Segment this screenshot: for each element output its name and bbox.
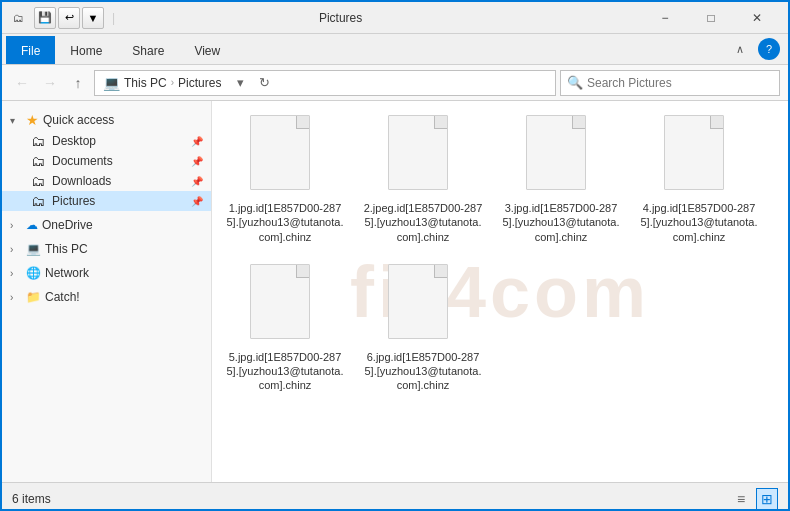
file-page-icon: [526, 115, 586, 190]
help-btn[interactable]: ?: [758, 38, 780, 60]
file-item[interactable]: 3.jpg.id[1E857D00-2875].[yuzhou13@tutano…: [496, 109, 626, 250]
file-item[interactable]: 2.jpeg.id[1E857D00-2875].[yuzhou13@tutan…: [358, 109, 488, 250]
file-item[interactable]: 6.jpg.id[1E857D00-2875].[yuzhou13@tutano…: [358, 258, 488, 399]
sidebar-quickaccess-group[interactable]: ▾ ★ Quick access: [2, 109, 211, 131]
view-controls: ≡ ⊞: [730, 488, 778, 510]
file-thumb: [664, 115, 734, 195]
maximize-btn[interactable]: □: [688, 2, 734, 34]
file-label: 4.jpg.id[1E857D00-2875].[yuzhou13@tutano…: [638, 201, 760, 244]
minimize-btn[interactable]: −: [642, 2, 688, 34]
pin-downloads-icon: 📌: [191, 176, 203, 187]
file-item[interactable]: 5.jpg.id[1E857D00-2875].[yuzhou13@tutano…: [220, 258, 350, 399]
file-page-icon: [664, 115, 724, 190]
search-input[interactable]: [587, 76, 773, 90]
file-label: 5.jpg.id[1E857D00-2875].[yuzhou13@tutano…: [224, 350, 346, 393]
sidebar-item-documents[interactable]: 🗂 Documents 📌: [2, 151, 211, 171]
onedrive-cloud-icon: ☁: [26, 218, 38, 232]
sidebar-onedrive-group[interactable]: › ☁ OneDrive: [2, 215, 211, 235]
sidebar: ▾ ★ Quick access 🗂 Desktop 📌 🗂 Documents…: [2, 101, 212, 482]
window-controls[interactable]: − □ ✕: [642, 2, 780, 34]
up-btn[interactable]: ↑: [66, 71, 90, 95]
sidebar-downloads-label: Downloads: [52, 174, 111, 188]
folder-documents-icon: 🗂: [30, 154, 46, 168]
catch-folder-icon: 📁: [26, 290, 41, 304]
file-area: fix4com 1.jpg.id[1E857D00-2875].[yuzhou1…: [212, 101, 788, 482]
file-label: 1.jpg.id[1E857D00-2875].[yuzhou13@tutano…: [224, 201, 346, 244]
chevron-network-icon: ›: [10, 268, 22, 279]
file-label: 2.jpeg.id[1E857D00-2875].[yuzhou13@tutan…: [362, 201, 484, 244]
sidebar-section-thispc: › 💻 This PC: [2, 239, 211, 259]
folder-downloads-icon: 🗂: [30, 174, 46, 188]
window-title: Pictures: [119, 11, 562, 25]
thispc-computer-icon: 💻: [26, 242, 41, 256]
title-separator: |: [112, 11, 115, 25]
sidebar-item-desktop[interactable]: 🗂 Desktop 📌: [2, 131, 211, 151]
quick-save-area[interactable]: 💾 ↩ ▼: [34, 7, 104, 29]
crumb-thispc[interactable]: This PC: [124, 76, 167, 90]
title-bar-icons: 🗂: [10, 10, 26, 26]
sidebar-catch-label: Catch!: [45, 290, 80, 304]
sidebar-section-quickaccess: ▾ ★ Quick access 🗂 Desktop 📌 🗂 Documents…: [2, 109, 211, 211]
crumb-pictures[interactable]: Pictures: [178, 76, 221, 90]
chevron-thispc-icon: ›: [10, 244, 22, 255]
address-actions: ▾ ↻: [229, 72, 275, 94]
file-thumb: [388, 115, 458, 195]
addr-dropdown-btn[interactable]: ▾: [229, 72, 251, 94]
ribbon-collapse-btn[interactable]: ∧: [726, 38, 754, 60]
tab-view[interactable]: View: [179, 36, 235, 64]
file-page-icon: [388, 264, 448, 339]
folder-title-icon: 🗂: [10, 10, 26, 26]
file-item[interactable]: 1.jpg.id[1E857D00-2875].[yuzhou13@tutano…: [220, 109, 350, 250]
quickaccess-star-icon: ★: [26, 112, 39, 128]
tab-file[interactable]: File: [6, 36, 55, 64]
sidebar-desktop-label: Desktop: [52, 134, 96, 148]
search-icon: 🔍: [567, 75, 583, 90]
quick-save-btn[interactable]: 💾: [34, 7, 56, 29]
view-details-btn[interactable]: ⊞: [756, 488, 778, 510]
sidebar-thispc-label: This PC: [45, 242, 88, 256]
file-thumb: [250, 115, 320, 195]
sidebar-item-pictures[interactable]: 🗂 Pictures 📌: [2, 191, 211, 211]
tab-share[interactable]: Share: [117, 36, 179, 64]
status-bar: 6 items ≡ ⊞: [2, 482, 788, 511]
file-thumb: [388, 264, 458, 344]
qs-dropdown-btn[interactable]: ▼: [82, 7, 104, 29]
file-grid: 1.jpg.id[1E857D00-2875].[yuzhou13@tutano…: [220, 109, 780, 399]
file-item[interactable]: 4.jpg.id[1E857D00-2875].[yuzhou13@tutano…: [634, 109, 764, 250]
title-bar: 🗂 💾 ↩ ▼ | Pictures − □ ✕: [2, 2, 788, 34]
addr-refresh-btn[interactable]: ↻: [253, 72, 275, 94]
sidebar-documents-label: Documents: [52, 154, 113, 168]
sidebar-network-group[interactable]: › 🌐 Network: [2, 263, 211, 283]
chevron-onedrive-icon: ›: [10, 220, 22, 231]
sidebar-item-downloads[interactable]: 🗂 Downloads 📌: [2, 171, 211, 191]
file-label: 6.jpg.id[1E857D00-2875].[yuzhou13@tutano…: [362, 350, 484, 393]
ribbon-tabs: File Home Share View ∧ ?: [2, 34, 788, 64]
file-page-icon: [250, 115, 310, 190]
file-page-icon: [250, 264, 310, 339]
sidebar-section-network: › 🌐 Network: [2, 263, 211, 283]
back-btn[interactable]: ←: [10, 71, 34, 95]
address-crumb: 💻 This PC › Pictures: [103, 75, 221, 91]
sidebar-thispc-group[interactable]: › 💻 This PC: [2, 239, 211, 259]
sidebar-network-label: Network: [45, 266, 89, 280]
sidebar-catch-group[interactable]: › 📁 Catch!: [2, 287, 211, 307]
pin-documents-icon: 📌: [191, 156, 203, 167]
ribbon: File Home Share View ∧ ?: [2, 34, 788, 65]
network-icon: 🌐: [26, 266, 41, 280]
close-btn[interactable]: ✕: [734, 2, 780, 34]
sidebar-section-onedrive: › ☁ OneDrive: [2, 215, 211, 235]
view-list-btn[interactable]: ≡: [730, 488, 752, 510]
crumb-sep-1: ›: [171, 77, 174, 88]
forward-btn[interactable]: →: [38, 71, 62, 95]
undo-btn[interactable]: ↩: [58, 7, 80, 29]
sidebar-section-catch: › 📁 Catch!: [2, 287, 211, 307]
address-bar: ← → ↑ 💻 This PC › Pictures ▾ ↻ 🔍: [2, 65, 788, 101]
tab-home[interactable]: Home: [55, 36, 117, 64]
address-box[interactable]: 💻 This PC › Pictures ▾ ↻: [94, 70, 556, 96]
chevron-catch-icon: ›: [10, 292, 22, 303]
pin-pictures-icon: 📌: [191, 196, 203, 207]
search-box[interactable]: 🔍: [560, 70, 780, 96]
sidebar-onedrive-label: OneDrive: [42, 218, 93, 232]
chevron-quickaccess-icon: ▾: [10, 115, 22, 126]
pin-desktop-icon: 📌: [191, 136, 203, 147]
